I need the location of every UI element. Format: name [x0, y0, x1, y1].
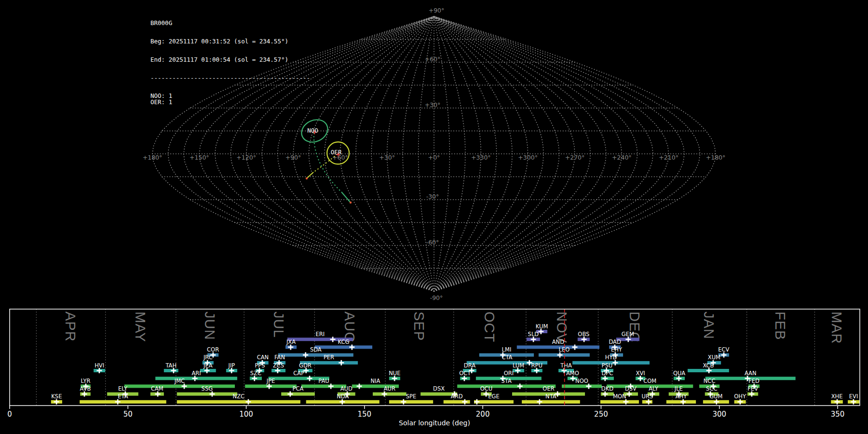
shower-activity-bar [522, 400, 580, 404]
shower-activity-bar [562, 384, 602, 388]
shower-code-label: OCT [459, 370, 471, 377]
shower-peak-marker [155, 392, 161, 397]
x-axis-tick-label: 300 [712, 410, 726, 419]
shower-peak-marker [534, 368, 539, 373]
separator-line: ----------------------------------------… [150, 75, 310, 81]
shower-peak-marker [538, 329, 543, 334]
radiant-count: NOO: 1 [150, 93, 310, 99]
shower-code-label: CAP [293, 370, 304, 377]
shower-code-label: AVB [80, 385, 91, 392]
shower-peak-marker [303, 353, 308, 358]
month-label: SEP [411, 312, 427, 341]
shower-peak-marker [737, 399, 743, 405]
shower-code-label: LYR [81, 378, 91, 384]
shower-code-label: ZCS [273, 362, 284, 369]
shower-code-label: LMI [502, 346, 512, 353]
latitude-label: +60° [425, 55, 441, 63]
shower-peak-marker [637, 376, 643, 381]
shower-code-label: ECV [718, 346, 729, 353]
shower-peak-marker [851, 399, 856, 405]
shower-peak-marker [339, 360, 344, 366]
shower-code-label: PSU [602, 362, 613, 369]
shower-peak-marker [382, 392, 387, 397]
shower-code-label: FED [748, 378, 760, 384]
shower-peak-marker [307, 376, 312, 381]
shower-peak-marker [531, 337, 536, 342]
end-time: End: 20251117 01:00:54 (sol = 234.57°) [150, 57, 310, 63]
x-axis-tick-label: 250 [594, 410, 608, 419]
shower-peak-marker [209, 392, 215, 397]
meteor-trail-tip [350, 202, 352, 203]
shower-code-label: OER [542, 385, 554, 392]
shower-code-label: NUE [389, 370, 400, 377]
longitude-label: +150° [190, 154, 209, 161]
observation-info-panel: BR000G Beg: 20251117 00:31:52 (sol = 234… [150, 8, 310, 118]
radiant-code-label: OER [331, 149, 342, 156]
shower-code-label: XUM [708, 354, 720, 361]
shower-peak-marker [287, 392, 293, 397]
shower-peak-marker [204, 368, 210, 373]
begin-time: Beg: 20251117 00:31:52 (sol = 234.55°) [150, 39, 310, 45]
shower-code-label: SLD [528, 331, 539, 338]
shower-code-label: NTA [545, 393, 556, 400]
shower-code-label: DAD [609, 339, 621, 345]
shower-peak-marker [612, 360, 618, 366]
shower-code-label: NIA [370, 378, 380, 384]
shower-activity-bar [600, 400, 639, 404]
shower-peak-marker [229, 368, 234, 373]
latitude-label: -30° [426, 193, 439, 200]
shower-peak-marker [714, 399, 719, 405]
shower-code-label: PPS [255, 362, 265, 369]
shower-code-label: EHY [611, 346, 623, 353]
x-axis: 050100150200250300350 [7, 406, 844, 419]
shower-code-label: KCG [338, 339, 350, 345]
shower-peak-marker [676, 376, 681, 381]
shower-code-label: OHY [734, 393, 746, 400]
shower-code-label: JIP [228, 362, 235, 369]
meteor-trail-tip [306, 177, 308, 179]
longitude-label: +210° [659, 154, 678, 161]
shower-code-label: EVI [849, 393, 858, 400]
shower-code-label: AUR [384, 385, 395, 392]
shower-code-label: LUM [513, 362, 524, 369]
x-axis-title: Solar longitude (deg) [399, 419, 470, 427]
shower-code-label: STA [502, 378, 512, 384]
shower-code-label: FEV [747, 385, 758, 392]
shower-code-label: JPE [266, 378, 275, 384]
shower-code-label: ETA [118, 393, 128, 400]
shower-peak-marker [82, 392, 87, 397]
shower-code-label: SCC [706, 385, 717, 392]
shower-code-label: AUD [340, 385, 353, 392]
shower-peak-marker [192, 376, 198, 381]
shower-code-label: DPC [602, 370, 613, 377]
shower-activity-bar [278, 353, 353, 357]
shower-peak-marker [96, 368, 102, 373]
shower-peak-marker [461, 376, 467, 381]
shower-code-label: KSE [51, 393, 62, 400]
shower-code-label: GEM [622, 331, 634, 338]
shower-code-label: JXA [286, 339, 296, 345]
shower-code-label: NZC [233, 393, 245, 400]
longitude-label: +90° [285, 154, 301, 161]
shower-code-label: ARI [191, 370, 201, 377]
longitude-label: +240° [612, 154, 632, 161]
shower-activity-bar [373, 393, 407, 396]
radiant-count-list: NOO: 1OER: 1 [150, 93, 310, 105]
shower-code-label: CTA [502, 354, 512, 361]
shower-peak-marker [602, 376, 608, 381]
shower-code-label: NOO [575, 378, 588, 384]
shower-code-label: DRA [464, 362, 475, 369]
shower-peak-marker [462, 399, 467, 405]
shower-peak-marker [392, 376, 397, 381]
shower-code-label: DKD [601, 385, 613, 392]
station-id: BR000G [150, 20, 310, 27]
shower-code-label: CAM [151, 385, 163, 392]
shower-peak-marker [245, 399, 251, 405]
shower-code-label: EGE [488, 393, 499, 400]
longitude-label: +270° [565, 154, 585, 161]
shower-activity-bar [517, 345, 599, 349]
shower-code-label: COR [207, 346, 219, 353]
shower-code-label: KUM [536, 323, 548, 330]
radiant-code-label: NOO [307, 127, 318, 134]
longitude-label: +330° [471, 154, 491, 161]
